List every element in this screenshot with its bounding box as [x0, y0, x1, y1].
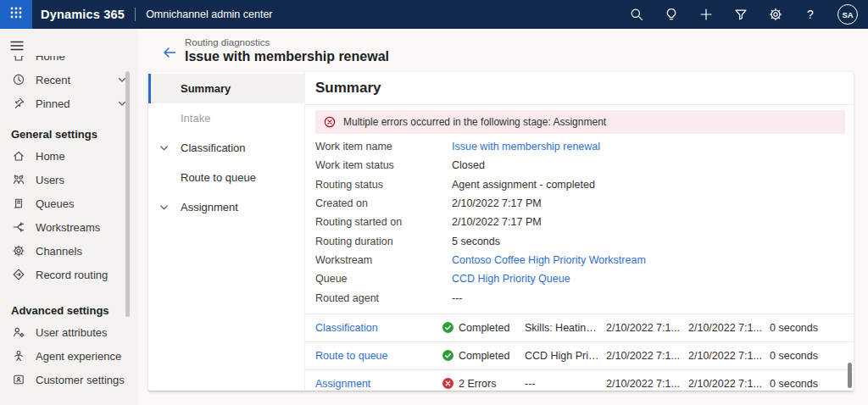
work-item-name-link[interactable]: Issue with membership renewal	[452, 141, 600, 153]
sidebar-item-record-routing[interactable]: Record routing	[0, 263, 138, 286]
home-icon	[12, 56, 25, 63]
site-map-sidebar: Home Recent Pinned Gener	[0, 29, 138, 405]
field-row: Routed agent ---	[315, 288, 854, 307]
error-banner-text: Multiple errors occurred in the followin…	[343, 116, 606, 128]
field-label: Workstream	[315, 254, 452, 266]
sidebar-item-home[interactable]: Home	[0, 144, 138, 168]
table-row-classification: Classification Completed Skills: Heating…	[305, 313, 854, 341]
error-x-icon	[442, 378, 453, 389]
sidebar-item-label: Agent experience	[36, 350, 121, 363]
customer-settings-icon	[12, 373, 25, 386]
stage-nav: Summary Intake Classification Route to q…	[148, 72, 305, 391]
agent-experience-icon	[12, 349, 25, 363]
stage-duration: 0 seconds	[770, 378, 854, 390]
pin-icon	[12, 97, 25, 110]
sidebar-item-users[interactable]: Users	[0, 168, 138, 191]
diagnostics-card: Summary Intake Classification Route to q…	[148, 72, 854, 391]
account-avatar[interactable]: SA	[837, 4, 858, 25]
stage-duration: 0 seconds	[770, 322, 854, 334]
chevron-down-icon[interactable]	[159, 202, 170, 213]
chevron-down-icon[interactable]	[159, 142, 170, 153]
error-banner: Multiple errors occurred in the followin…	[315, 110, 845, 134]
field-value: ---	[452, 292, 463, 304]
breadcrumb[interactable]: Routing diagnostics	[185, 37, 389, 47]
status-text: Completed	[459, 322, 509, 334]
field-label: Created on	[315, 197, 452, 209]
sidebar-section-advanced-settings: Advanced settings	[0, 300, 138, 320]
status-cell: Completed	[442, 322, 525, 334]
search-icon[interactable]	[629, 7, 644, 22]
status-cell: Completed	[442, 350, 525, 362]
stage-nav-label: Route to queue	[181, 171, 256, 184]
field-label: Routing duration	[315, 236, 452, 247]
stage-nav-label: Classification	[181, 141, 246, 154]
workstream-link[interactable]: Contoso Coffee High Priority Workstream	[452, 254, 646, 266]
record-routing-icon	[12, 268, 25, 281]
sidebar-item-label: Recent	[36, 74, 70, 86]
field-value: 2/10/2022 7:17 PM	[452, 216, 542, 228]
field-row: Queue CCD High Priority Queue	[315, 269, 854, 288]
stages-table: Classification Completed Skills: Heating…	[305, 313, 854, 391]
help-icon[interactable]: ?	[803, 7, 818, 22]
sidebar-item-recent[interactable]: Recent	[0, 68, 138, 92]
gear-icon	[12, 244, 25, 258]
app-launcher-button[interactable]	[0, 0, 32, 29]
app-name[interactable]: Omnichannel admin center	[146, 8, 272, 20]
user-attributes-icon	[12, 325, 25, 339]
sidebar-section-general-settings: General settings	[0, 124, 138, 144]
queues-icon	[12, 197, 25, 210]
summary-heading: Summary	[305, 72, 854, 105]
stage-nav-item-assignment[interactable]: Assignment	[148, 192, 304, 222]
brand-title[interactable]: Dynamics 365	[41, 8, 125, 21]
status-text: 2 Errors	[459, 378, 496, 390]
sidebar-scroll-area: Home Recent Pinned Gener	[0, 56, 138, 395]
home-icon	[12, 149, 25, 163]
filter-icon[interactable]	[733, 7, 748, 22]
page-header: Routing diagnostics Issue with membershi…	[138, 29, 868, 72]
sidebar-item-workstreams[interactable]: Workstreams	[0, 215, 138, 239]
sidebar-item-channels[interactable]: Channels	[0, 239, 138, 263]
stage-nav-item-route-to-queue[interactable]: Route to queue	[148, 163, 304, 192]
page-title: Issue with membership renewal	[185, 49, 389, 64]
field-label: Routing status	[315, 179, 452, 191]
sidebar-item-customer-settings[interactable]: Customer settings	[0, 368, 138, 391]
sidebar-item-label: User attributes	[36, 326, 108, 339]
sidebar-item-pinned[interactable]: Pinned	[0, 92, 138, 115]
app-layout: Home Recent Pinned Gener	[0, 29, 868, 405]
sidebar-item-home-clipped[interactable]: Home	[0, 56, 138, 68]
stage-nav-item-summary[interactable]: Summary	[148, 74, 304, 103]
sidebar-item-agent-experience[interactable]: Agent experience	[0, 344, 138, 368]
back-button[interactable]	[161, 44, 178, 61]
field-row: Work item name Issue with membership ren…	[315, 137, 854, 156]
stage-link[interactable]: Assignment	[315, 378, 442, 390]
sidebar-item-label: Pinned	[36, 97, 70, 110]
sidebar-item-label: Users	[36, 174, 64, 186]
stage-ended: 2/10/2022 7:1...	[688, 378, 770, 390]
sidebar-scrollbar[interactable]	[125, 71, 130, 317]
workstreams-icon	[12, 220, 25, 234]
field-label: Routed agent	[315, 292, 452, 304]
table-row-route-to-queue: Route to queue Completed CCD High Prio..…	[305, 341, 854, 369]
clock-icon	[12, 73, 25, 86]
sidebar-item-user-attributes[interactable]: User attributes	[0, 320, 138, 344]
stage-nav-label: Intake	[181, 112, 210, 125]
queue-link[interactable]: CCD High Priority Queue	[452, 273, 570, 285]
field-label: Queue	[315, 273, 452, 285]
sidebar-item-label: Home	[36, 56, 65, 63]
panel-scrollbar[interactable]	[848, 363, 852, 388]
stage-link[interactable]: Route to queue	[315, 350, 442, 362]
waffle-icon	[9, 6, 23, 23]
lightbulb-icon[interactable]	[664, 7, 679, 22]
menu-toggle-button[interactable]	[10, 37, 31, 54]
sidebar-item-label: Channels	[36, 245, 82, 258]
sidebar-item-queues[interactable]: Queues	[0, 191, 138, 215]
stage-nav-item-classification[interactable]: Classification	[148, 133, 304, 163]
gear-icon[interactable]	[768, 7, 783, 22]
stage-link[interactable]: Classification	[315, 322, 442, 334]
stage-ended: 2/10/2022 7:1...	[688, 322, 770, 334]
field-value: Closed	[452, 159, 485, 171]
stage-started: 2/10/2022 7:1...	[606, 350, 688, 362]
field-value: Agent assignment - completed	[452, 179, 595, 191]
field-row: Routing status Agent assignment - comple…	[315, 175, 854, 194]
add-icon[interactable]	[698, 7, 714, 22]
